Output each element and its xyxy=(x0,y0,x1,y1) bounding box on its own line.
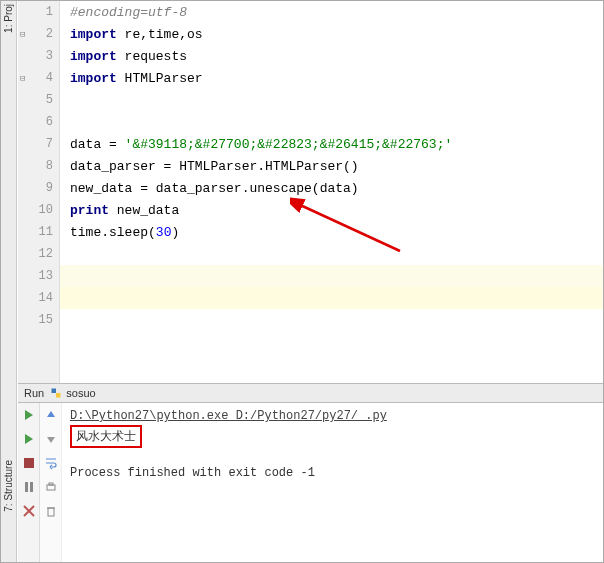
gutter-line: 1 xyxy=(18,1,59,23)
code-line xyxy=(60,309,603,331)
close-icon[interactable] xyxy=(21,503,37,519)
gutter-line: 5 xyxy=(18,89,59,111)
print-icon[interactable] xyxy=(43,479,59,495)
gutter-line: 9 xyxy=(18,177,59,199)
svg-rect-5 xyxy=(30,482,33,492)
svg-rect-10 xyxy=(48,508,54,516)
run-config-name[interactable]: sosuo xyxy=(66,387,95,399)
console-output-highlighted: 风水大术士 xyxy=(70,425,142,448)
fold-icon[interactable]: ⊟ xyxy=(20,73,25,84)
svg-rect-3 xyxy=(24,458,34,468)
svg-rect-2 xyxy=(56,393,61,398)
code-line: new_data = data_parser.unescape(data) xyxy=(60,177,603,199)
gutter: 1 ⊟2 3 ⊟4 5 6 7 8 9 10 11 12 13 14 15 xyxy=(18,1,60,383)
stop-icon[interactable] xyxy=(21,455,37,471)
code-line: time.sleep(30) xyxy=(60,221,603,243)
left-tool-rail: 1: Proj 7: Structure xyxy=(1,1,17,562)
gutter-line: 3 xyxy=(18,45,59,67)
structure-tab[interactable]: 7: Structure xyxy=(3,460,14,512)
gutter-line: 8 xyxy=(18,155,59,177)
run-toolbar xyxy=(18,403,40,562)
wrap-icon[interactable] xyxy=(43,455,59,471)
pause-icon[interactable] xyxy=(21,479,37,495)
console-panel: D:\Python27\python.exe D:/Python27/py27/… xyxy=(18,403,603,562)
svg-rect-9 xyxy=(49,483,53,485)
code-line: print new_data xyxy=(60,199,603,221)
clear-icon[interactable] xyxy=(43,503,59,519)
code-line-current xyxy=(60,287,603,309)
gutter-line: 14 xyxy=(18,287,59,309)
down-icon[interactable] xyxy=(43,431,59,447)
gutter-line: 6 xyxy=(18,111,59,133)
code-line: #encoding=utf-8 xyxy=(60,1,603,23)
code-line: import HTMLParser xyxy=(60,67,603,89)
project-tab[interactable]: 1: Proj xyxy=(3,4,14,33)
code-line: import re,time,os xyxy=(60,23,603,45)
svg-rect-4 xyxy=(25,482,28,492)
gutter-line: 11 xyxy=(18,221,59,243)
gutter-line: 12 xyxy=(18,243,59,265)
console-sub-toolbar xyxy=(40,403,62,562)
gutter-line: 13 xyxy=(18,265,59,287)
console-exit-message: Process finished with exit code -1 xyxy=(70,466,595,480)
run-panel-header: Run sosuo xyxy=(18,383,603,403)
python-icon xyxy=(50,387,62,399)
code-line: data = '&#39118;&#27700;&#22823;&#26415;… xyxy=(60,133,603,155)
gutter-line: ⊟2 xyxy=(18,23,59,45)
rerun2-icon[interactable] xyxy=(21,431,37,447)
code-line xyxy=(60,265,603,287)
console-command-path: D:\Python27\python.exe D:/Python27/py27/… xyxy=(70,409,595,423)
code-line: data_parser = HTMLParser.HTMLParser() xyxy=(60,155,603,177)
code-line: import requests xyxy=(60,45,603,67)
code-line xyxy=(60,89,603,111)
svg-rect-8 xyxy=(47,485,55,490)
run-label: Run xyxy=(24,387,44,399)
editor: 1 ⊟2 3 ⊟4 5 6 7 8 9 10 11 12 13 14 15 #e… xyxy=(18,1,603,383)
gutter-line: 10 xyxy=(18,199,59,221)
gutter-line: ⊟4 xyxy=(18,67,59,89)
up-icon[interactable] xyxy=(43,407,59,423)
svg-rect-1 xyxy=(52,389,57,394)
code-line xyxy=(60,243,603,265)
code-area[interactable]: #encoding=utf-8 import re,time,os import… xyxy=(60,1,603,383)
fold-icon[interactable]: ⊟ xyxy=(20,29,25,40)
code-line xyxy=(60,111,603,133)
gutter-line: 15 xyxy=(18,309,59,331)
gutter-line: 7 xyxy=(18,133,59,155)
console-output[interactable]: D:\Python27\python.exe D:/Python27/py27/… xyxy=(62,403,603,562)
rerun-icon[interactable] xyxy=(21,407,37,423)
